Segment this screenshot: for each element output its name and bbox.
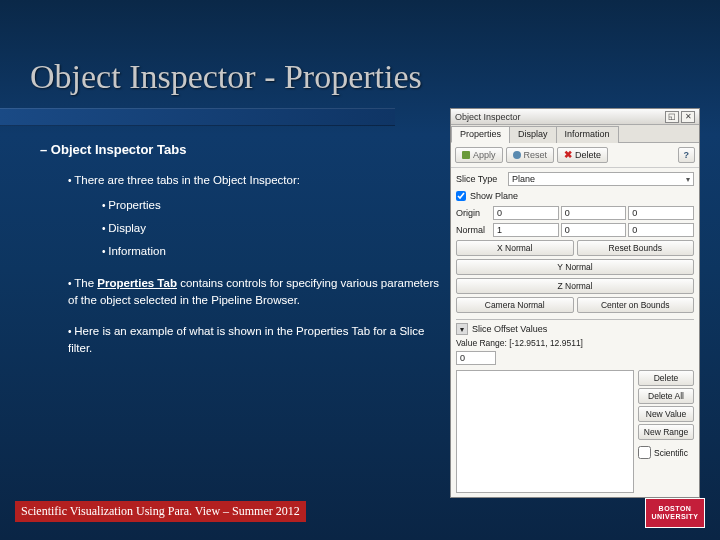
close-button[interactable]: ✕ [681, 111, 695, 123]
normal-x-input[interactable]: 1 [493, 223, 559, 237]
tab-information[interactable]: Information [556, 126, 619, 143]
check-icon [462, 151, 470, 159]
panel-titlebar: Object Inspector ◱ ✕ [451, 109, 699, 125]
show-plane-input[interactable] [456, 191, 466, 201]
tab-properties[interactable]: Properties [451, 126, 510, 143]
value-input[interactable]: 0 [456, 351, 496, 365]
scientific-checkbox[interactable]: Scientific [638, 446, 694, 459]
panel-body: Slice Type Plane Show Plane Origin 0 0 0… [451, 168, 699, 497]
slice-type-label: Slice Type [456, 174, 504, 184]
delete-button[interactable]: ✖Delete [557, 147, 608, 163]
slice-type-select[interactable]: Plane [508, 172, 694, 186]
values-listbox[interactable] [456, 370, 634, 493]
normal-label: Normal [456, 225, 491, 235]
scientific-input[interactable] [638, 446, 651, 459]
footer-label: Scientific Visualization Using Para. Vie… [15, 501, 306, 522]
normal-y-input[interactable]: 0 [561, 223, 627, 237]
panel-tabs: Properties Display Information [451, 125, 699, 143]
origin-z-input[interactable]: 0 [628, 206, 694, 220]
bu-logo: BOSTON UNIVERSITY [645, 498, 705, 528]
para2: The Properties Tab contains controls for… [68, 275, 440, 310]
tab-bullet-display: Display [102, 220, 440, 237]
slice-offset-section[interactable]: Slice Offset Values [456, 319, 694, 335]
undock-button[interactable]: ◱ [665, 111, 679, 123]
value-range-label: Value Range: [-12.9511, 12.9511] [456, 338, 694, 348]
new-range-button[interactable]: New Range [638, 424, 694, 440]
reset-button[interactable]: Reset [506, 147, 555, 163]
show-plane-checkbox[interactable]: Show Plane [456, 191, 694, 201]
para3: Here is an example of what is shown in t… [68, 323, 440, 358]
panel-title: Object Inspector [455, 112, 663, 122]
origin-y-input[interactable]: 0 [561, 206, 627, 220]
list-delete-button[interactable]: Delete [638, 370, 694, 386]
y-normal-button[interactable]: Y Normal [456, 259, 694, 275]
z-normal-button[interactable]: Z Normal [456, 278, 694, 294]
origin-label: Origin [456, 208, 491, 218]
slide-content: Object Inspector Tabs There are three ta… [40, 140, 440, 366]
tab-bullet-properties: Properties [102, 197, 440, 214]
tab-display[interactable]: Display [509, 126, 557, 143]
center-bounds-button[interactable]: Center on Bounds [577, 297, 695, 313]
origin-x-input[interactable]: 0 [493, 206, 559, 220]
list-delete-all-button[interactable]: Delete All [638, 388, 694, 404]
properties-tab-name: Properties Tab [97, 277, 177, 289]
panel-toolbar: Apply Reset ✖Delete ? [451, 143, 699, 168]
camera-normal-button[interactable]: Camera Normal [456, 297, 574, 313]
normal-z-input[interactable]: 0 [628, 223, 694, 237]
delete-icon: ✖ [564, 151, 572, 159]
apply-button[interactable]: Apply [455, 147, 503, 163]
tab-bullet-information: Information [102, 243, 440, 260]
reset-bounds-button[interactable]: Reset Bounds [577, 240, 695, 256]
reset-icon [513, 151, 521, 159]
x-normal-button[interactable]: X Normal [456, 240, 574, 256]
help-button[interactable]: ? [678, 147, 696, 163]
new-value-button[interactable]: New Value [638, 406, 694, 422]
content-heading: Object Inspector Tabs [40, 140, 440, 160]
intro-bullet: There are three tabs in the Object Inspe… [68, 172, 440, 189]
slide-title: Object Inspector - Properties [30, 58, 422, 96]
title-underline [0, 108, 395, 126]
object-inspector-panel: Object Inspector ◱ ✕ Properties Display … [450, 108, 700, 498]
